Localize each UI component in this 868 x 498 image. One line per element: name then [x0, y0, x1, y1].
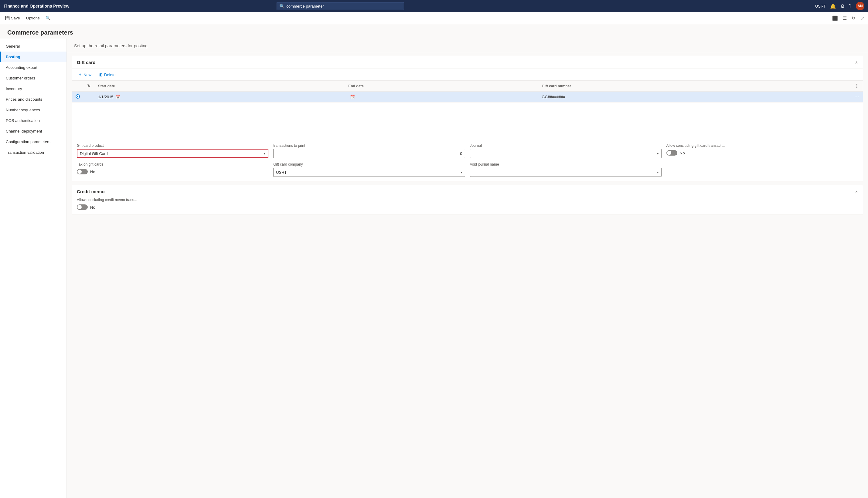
transactions-to-print-input[interactable]: 0	[273, 149, 465, 158]
main-content: Set up the retail parameters for posting…	[67, 39, 868, 498]
search-cmd-icon: 🔍	[46, 16, 50, 20]
col-gift-card-number: Gift card number	[538, 81, 851, 92]
tax-on-gift-cards-field: Tax on gift cards No	[77, 162, 268, 177]
top-nav-right: USRT 🔔 ⚙ ? AN	[815, 2, 864, 10]
search-cmd-button[interactable]: 🔍	[43, 13, 53, 23]
sidebar-item-posting[interactable]: Posting	[0, 52, 66, 62]
allow-concluding-toggle-knob	[667, 151, 671, 155]
empty-field	[666, 162, 858, 177]
row-refresh-cell	[84, 92, 94, 103]
start-date-value: 1/1/2015	[98, 95, 114, 99]
col-start-date: Start date	[94, 81, 345, 92]
col-end-date: End date	[345, 81, 538, 92]
refresh-icon[interactable]: ↻	[851, 14, 857, 22]
sidebar-item-customer-orders[interactable]: Customer orders	[0, 73, 66, 83]
sidebar-item-transaction-validation[interactable]: Transaction validation	[0, 147, 66, 158]
more-header-icon[interactable]: ⋮	[854, 83, 859, 89]
allow-concluding-field: Allow concluding gift card transacti... …	[666, 143, 858, 158]
credit-memo-form: Allow concluding credit memo trans... No	[72, 198, 863, 214]
gift-card-product-label: Gift card product	[77, 143, 268, 148]
top-navigation: Finance and Operations Preview 🔍 USRT 🔔 …	[0, 0, 868, 12]
col-more: ⋮	[851, 81, 863, 92]
refresh-col-icon[interactable]: ↻	[87, 84, 90, 88]
plus-icon: ＋	[78, 72, 82, 77]
tax-toggle-knob	[77, 170, 82, 174]
gift-card-product-chevron: ▾	[264, 152, 265, 156]
content-area: General Posting Accounting export Custom…	[0, 39, 868, 498]
filter-icon[interactable]: ⬛	[831, 14, 839, 22]
gift-card-title: Gift card	[77, 60, 95, 65]
tax-toggle[interactable]	[77, 169, 88, 174]
gift-card-number-cell: GC########	[538, 92, 851, 103]
journal-select[interactable]: ▾	[470, 149, 662, 158]
credit-allow-concluding-label: Allow concluding credit memo trans...	[77, 198, 858, 202]
gift-card-product-select[interactable]: Digital Gift Card ▾	[77, 149, 268, 158]
allow-concluding-toggle-label: No	[680, 151, 685, 155]
view-icon[interactable]: ☰	[842, 14, 848, 22]
notification-icon[interactable]: 🔔	[830, 3, 836, 9]
gift-card-product-value: Digital Gift Card	[80, 151, 108, 156]
allow-concluding-label: Allow concluding gift card transacti...	[666, 143, 858, 148]
gift-card-panel: Gift card ∧ ＋ New 🗑 Delete	[72, 56, 863, 181]
trash-icon: 🗑	[99, 72, 103, 77]
page-title: Commerce parameters	[0, 24, 868, 39]
row-more-icon[interactable]: ⋯	[854, 94, 859, 100]
credit-memo-collapse-icon[interactable]: ∧	[855, 189, 858, 194]
sidebar-item-pos-authentication[interactable]: POS authentication	[0, 115, 66, 126]
void-journal-name-label: Void journal name	[470, 162, 662, 167]
allow-concluding-toggle[interactable]	[666, 150, 677, 156]
gift-card-table: ↻ Start date End date Gift card number ⋮	[72, 81, 863, 103]
tax-toggle-label: No	[90, 170, 95, 174]
credit-memo-panel-header: Credit memo ∧	[72, 185, 863, 198]
allow-concluding-toggle-row: No	[666, 150, 858, 156]
gift-card-company-select[interactable]: USRT ▾	[273, 168, 465, 177]
gift-card-collapse-icon[interactable]: ∧	[855, 60, 858, 65]
command-bar: 💾 Save Options 🔍 ⬛ ☰ ↻ ⤢	[0, 12, 868, 24]
save-icon: 💾	[5, 16, 10, 20]
delete-button[interactable]: 🗑 Delete	[96, 71, 118, 78]
settings-icon[interactable]: ⚙	[840, 3, 845, 9]
sidebar-item-prices-discounts[interactable]: Prices and discounts	[0, 94, 66, 105]
table-header-row: ↻ Start date End date Gift card number ⋮	[72, 81, 863, 92]
sidebar-item-inventory[interactable]: Inventory	[0, 83, 66, 94]
app-title: Finance and Operations Preview	[4, 4, 69, 9]
new-button[interactable]: ＋ New	[76, 71, 94, 79]
row-radio[interactable]	[76, 94, 80, 99]
void-journal-name-select[interactable]: ▾	[470, 168, 662, 177]
void-journal-name-chevron: ▾	[657, 170, 659, 174]
gift-card-number-value: GC########	[541, 95, 565, 99]
expand-icon[interactable]: ⤢	[859, 14, 866, 22]
void-journal-name-field: Void journal name ▾	[470, 162, 662, 177]
sidebar: General Posting Accounting export Custom…	[0, 39, 67, 498]
gift-card-toolbar: ＋ New 🗑 Delete	[72, 69, 863, 81]
credit-toggle-label: No	[90, 205, 95, 210]
sidebar-item-general[interactable]: General	[0, 41, 66, 52]
section-header: Set up the retail parameters for posting	[67, 39, 868, 52]
cmd-right-actions: ⬛ ☰ ↻ ⤢	[831, 14, 866, 22]
sidebar-item-number-sequences[interactable]: Number sequences	[0, 105, 66, 115]
credit-memo-panel: Credit memo ∧ Allow concluding credit me…	[72, 185, 863, 214]
start-date-calendar-icon[interactable]: 📅	[115, 95, 120, 99]
credit-toggle[interactable]	[77, 205, 88, 210]
transactions-to-print-value: 0	[460, 151, 462, 156]
global-search[interactable]: 🔍	[277, 2, 404, 10]
options-button[interactable]: Options	[24, 13, 42, 23]
gift-card-company-value: USRT	[276, 170, 286, 175]
gift-card-form-row1: Gift card product Digital Gift Card ▾ tr…	[72, 139, 863, 162]
user-label: USRT	[815, 4, 826, 9]
end-date-calendar-icon[interactable]: 📅	[350, 95, 355, 99]
search-input[interactable]	[286, 4, 401, 9]
row-more-cell: ⋯	[851, 92, 863, 103]
sidebar-item-accounting-export[interactable]: Accounting export	[0, 62, 66, 73]
credit-toggle-knob	[77, 205, 82, 209]
table-row[interactable]: 1/1/2015 📅 📅 GC#	[72, 92, 863, 103]
credit-memo-title: Credit memo	[77, 189, 105, 194]
credit-toggle-row: No	[77, 205, 858, 210]
save-button[interactable]: 💾 Save	[2, 13, 23, 23]
transactions-to-print-label: transactions to print	[273, 143, 465, 148]
col-refresh: ↻	[84, 81, 94, 92]
avatar[interactable]: AN	[856, 2, 864, 10]
sidebar-item-configuration-parameters[interactable]: Configuration parameters	[0, 136, 66, 147]
help-icon[interactable]: ?	[849, 3, 852, 9]
sidebar-item-channel-deployment[interactable]: Channel deployment	[0, 126, 66, 136]
